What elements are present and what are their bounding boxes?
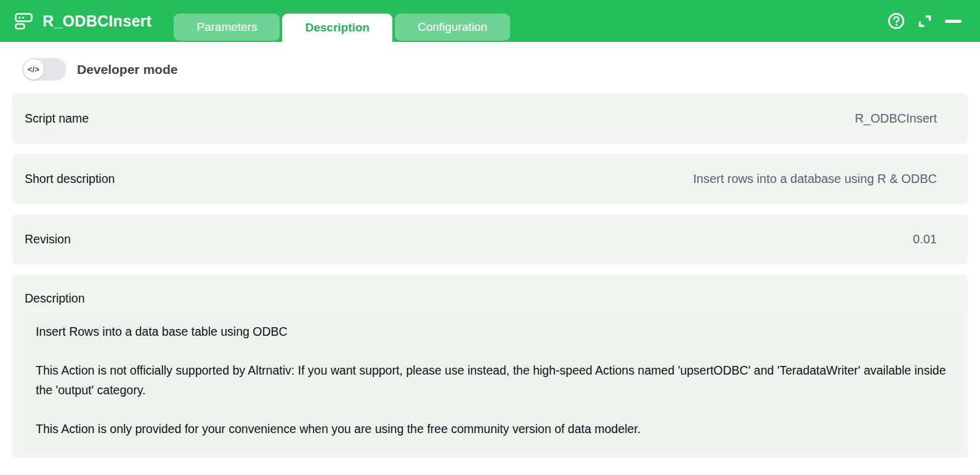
tab-parameters-label: Parameters (196, 20, 257, 34)
window-title: R_ODBCInsert (43, 12, 152, 30)
script-name-value: R_ODBCInsert (855, 112, 937, 126)
toggle-knob: </> (23, 59, 44, 79)
window-controls (888, 0, 962, 42)
code-icon: </> (28, 65, 40, 74)
description-label: Description (25, 291, 961, 306)
tab-parameters[interactable]: Parameters (174, 14, 280, 41)
description-tab-panel: </> Developer mode Script name R_ODBCIns… (0, 42, 980, 458)
short-description-label: Short description (25, 172, 115, 186)
developer-mode-toggle[interactable]: </> (22, 58, 67, 81)
field-row-script-name[interactable]: Script name R_ODBCInsert (12, 94, 968, 144)
description-paragraph: Insert Rows into a data base table using… (36, 322, 950, 341)
help-icon (888, 12, 905, 30)
description-textarea[interactable]: Insert Rows into a data base table using… (25, 314, 961, 451)
minimize-button[interactable] (945, 20, 962, 23)
action-dialog: R_ODBCInsert Parameters Description Conf… (0, 0, 980, 475)
description-paragraph: This Action is not officially supported … (36, 360, 950, 400)
title-bar: R_ODBCInsert Parameters Description Conf… (0, 0, 980, 42)
field-row-short-description[interactable]: Short description Insert rows into a dat… (12, 154, 968, 204)
help-button[interactable] (888, 12, 905, 30)
tab-configuration-label: Configuration (418, 20, 487, 34)
description-section: Description Insert Rows into a data base… (12, 275, 968, 458)
revision-value: 0.01 (913, 232, 937, 246)
description-paragraph: This Action is only provided for your co… (36, 419, 950, 439)
tab-configuration[interactable]: Configuration (395, 14, 510, 41)
field-row-revision[interactable]: Revision 0.01 (12, 214, 968, 264)
developer-mode-row: </> Developer mode (22, 58, 980, 81)
revision-label: Revision (25, 232, 71, 246)
server-icon (14, 11, 34, 31)
tab-bar: Parameters Description Configuration (174, 0, 510, 42)
developer-mode-label: Developer mode (77, 62, 177, 77)
tab-description[interactable]: Description (282, 14, 392, 42)
minimize-icon (945, 20, 962, 23)
expand-button[interactable] (917, 13, 933, 30)
script-name-label: Script name (25, 112, 89, 126)
tab-description-label: Description (305, 21, 370, 35)
expand-icon (917, 13, 933, 30)
short-description-value: Insert rows into a database using R & OD… (693, 172, 937, 186)
